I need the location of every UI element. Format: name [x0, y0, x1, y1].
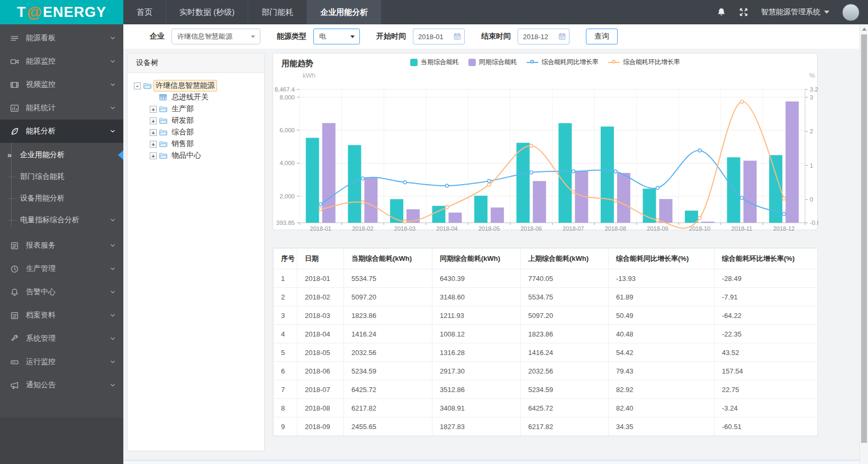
scroll-up-button[interactable]	[860, 24, 868, 33]
sidebar-subitem-3[interactable]: 设备用能分析	[0, 187, 123, 209]
table-cell: 34.35	[609, 417, 715, 436]
table-col-header-2: 日期	[297, 249, 344, 269]
tree-stub	[8, 220, 15, 221]
folder-icon	[143, 81, 152, 90]
nav-tab-3[interactable]: 部门能耗	[248, 0, 306, 24]
svg-text:2018-02: 2018-02	[352, 225, 373, 231]
legend-item-1[interactable]: 当期综合能耗	[410, 58, 459, 67]
tree-node-6[interactable]: +销售部	[132, 138, 260, 150]
horizontal-scrollbar-strip[interactable]	[123, 460, 860, 464]
tree-node-label: 综合部	[169, 126, 196, 138]
collapse-toggle-icon[interactable]: -	[134, 83, 141, 89]
legend-item-3[interactable]: 综合能耗同比增长率	[527, 58, 599, 67]
sidebar-item-1[interactable]: 能源看板	[0, 26, 123, 50]
sidebar-item-2[interactable]: 能源监控	[0, 50, 123, 73]
sidebar-subitem-2[interactable]: 部门综合能耗	[0, 166, 123, 187]
sidebar-item-9[interactable]: 档案资料	[0, 304, 123, 327]
legend-item-4[interactable]: 综合能耗环比增长率	[608, 58, 680, 67]
logo-at-icon: @	[27, 4, 42, 21]
expand-toggle-icon[interactable]: +	[150, 117, 157, 124]
app-window: T@ENERGY 首页实时数据 (秒级)部门能耗企业用能分析 智慧能源管理系统 …	[0, 0, 868, 464]
company-select[interactable]: 许继信息智慧能源	[171, 29, 260, 44]
table-cell: 3408.91	[432, 399, 521, 417]
table-cell: 5	[274, 343, 297, 362]
tree-node-7[interactable]: +物品中心	[132, 150, 260, 161]
sidebar-item-5[interactable]: 能耗分析	[0, 120, 123, 143]
tree-node-4[interactable]: +研发部	[132, 115, 260, 126]
expand-toggle-icon[interactable]: +	[150, 141, 157, 148]
svg-text:2018-11: 2018-11	[731, 225, 753, 231]
table-cell: 1	[274, 269, 297, 288]
system-name-menu[interactable]: 智慧能源管理系统	[761, 7, 829, 17]
svg-text:2018-08: 2018-08	[605, 225, 626, 231]
end-date-input[interactable]: 2018-12	[518, 29, 569, 44]
device-tree-panel: 设备树 -许继信息智慧能源总进线开关+生产部+研发部+综合部+销售部+物品中心	[127, 53, 265, 451]
fullscreen-icon[interactable]	[739, 7, 748, 17]
vertical-scrollbar[interactable]	[860, 24, 868, 464]
table-cell: -3.24	[715, 399, 818, 417]
table-cell: 5234.59	[344, 362, 432, 380]
chevron-icon	[110, 242, 116, 249]
table-cell: 6	[274, 362, 297, 380]
sidebar-item-label: 告警中心	[26, 287, 56, 297]
sidebar-subitem-4[interactable]: 电量指标综合分析	[0, 209, 123, 231]
scrollbar-thumb[interactable]	[861, 34, 867, 443]
dashboard-icon	[10, 34, 19, 43]
megaphone-icon	[10, 381, 19, 390]
svg-text:4,000: 4,000	[279, 160, 295, 166]
sidebar-item-10[interactable]: 系统管理	[0, 327, 123, 350]
table-cell: 3	[274, 306, 297, 325]
sidebar-item-label: 报表服务	[26, 241, 56, 250]
table-row: 12018-015534.756430.397740.05-13.93-28.4…	[274, 269, 818, 288]
legend-line-swatch	[608, 60, 620, 65]
folder-icon	[159, 128, 168, 137]
sidebar-item-label: 生产管理	[26, 264, 56, 274]
table-cell: 2018-06	[297, 362, 344, 380]
user-avatar[interactable]	[842, 4, 860, 21]
tree-node-label: 许继信息智慧能源	[153, 80, 217, 92]
sidebar-item-label: 能源看板	[26, 33, 56, 43]
sidebar-item-3[interactable]: 视频监控	[0, 73, 123, 96]
table-body: 12018-015534.756430.397740.05-13.93-28.4…	[274, 269, 818, 436]
svg-text:2018-01: 2018-01	[310, 225, 331, 231]
nav-tab-4[interactable]: 企业用能分析	[306, 0, 381, 24]
table-cell: -13.93	[609, 269, 715, 288]
tree-node-3[interactable]: +生产部	[132, 103, 260, 115]
sidebar-item-4[interactable]: 能耗统计	[0, 96, 123, 120]
table-cell: 2032.56	[521, 362, 609, 380]
archive-icon	[10, 311, 19, 320]
expand-toggle-icon[interactable]: +	[150, 152, 157, 159]
nav-tab-2[interactable]: 实时数据 (秒级)	[166, 0, 248, 24]
table-cell: 1008.12	[432, 325, 521, 343]
table-cell: 1316.28	[432, 343, 521, 362]
legend-item-2[interactable]: 同期综合能耗	[468, 58, 517, 67]
expand-toggle-icon[interactable]: +	[150, 129, 157, 136]
energy-type-select[interactable]: 电	[313, 29, 360, 44]
chevron-icon	[110, 266, 116, 272]
table-cell: 2032.56	[344, 343, 432, 362]
chevron-icon	[110, 312, 116, 319]
sidebar-item-12[interactable]: 通知公告	[0, 374, 123, 397]
notification-bell-icon[interactable]	[717, 7, 726, 17]
tree-node-5[interactable]: +综合部	[132, 126, 260, 138]
sidebar-subitem-label: 设备用能分析	[20, 194, 65, 203]
sidebar-subitem-1[interactable]: »企业用能分析	[0, 144, 123, 166]
sidebar-item-7[interactable]: 生产管理	[0, 257, 123, 280]
expand-toggle-icon[interactable]: +	[150, 106, 157, 113]
table-cell: 157.54	[715, 362, 818, 380]
svg-text:8,467.4: 8,467.4	[275, 86, 295, 93]
energy-data-table: 序号日期当期综合能耗(kWh)同期综合能耗(kWh)上期综合能耗(kWh)综合能…	[273, 248, 818, 436]
table-row: 92018-092455.651827.836217.8234.35-60.51	[274, 417, 818, 436]
sidebar-item-8[interactable]: 告警中心	[0, 280, 123, 304]
tree-node-1[interactable]: -许继信息智慧能源	[132, 80, 260, 92]
app-logo[interactable]: T@ENERGY	[0, 0, 123, 24]
legend-label: 综合能耗同比增长率	[541, 58, 599, 67]
sidebar-item-11[interactable]: 运行监控	[0, 350, 123, 374]
query-button[interactable]: 查询	[586, 29, 618, 44]
tree-node-2[interactable]: 总进线开关	[132, 92, 260, 103]
start-date-input[interactable]: 2018-01	[413, 29, 465, 44]
tree-node-label: 研发部	[169, 115, 196, 126]
nav-tab-1[interactable]: 首页	[123, 0, 166, 24]
select-caret-icon	[350, 35, 355, 38]
sidebar-item-6[interactable]: 报表服务	[0, 234, 123, 257]
